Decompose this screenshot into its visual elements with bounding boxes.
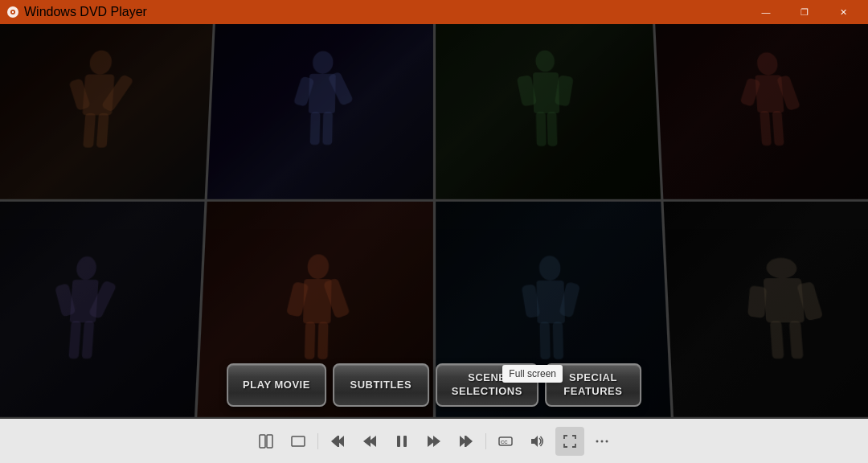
svg-point-39 [538,256,560,281]
scene-cell-5 [0,202,204,417]
svg-point-69 [596,440,599,442]
closed-captions-icon: CC [498,434,513,449]
aspect-ratio-icon [291,434,305,449]
svg-rect-7 [84,113,96,148]
play-movie-button[interactable]: PLAY MOVIE [227,363,326,407]
closed-captions-button[interactable]: CC [491,427,520,456]
skip-back-button[interactable] [323,427,352,456]
svg-rect-50 [788,322,803,359]
pause-button[interactable] [387,427,416,456]
svg-rect-8 [96,113,109,148]
skip-back-icon [330,434,345,449]
svg-marker-63 [466,436,473,447]
more-options-icon [595,434,609,449]
svg-rect-43 [539,322,550,360]
svg-point-45 [765,258,796,278]
svg-rect-26 [772,111,784,145]
svg-rect-40 [536,281,564,323]
aspect-ratio-button[interactable] [284,427,313,456]
svg-rect-47 [747,285,767,318]
more-options-button[interactable] [588,427,616,456]
dvd-menu-buttons: PLAY MOVIE SUBTITLES SCENESELECTIONS SPE… [227,363,641,407]
svg-point-70 [601,440,604,442]
control-bar: CC [0,419,868,463]
svg-point-9 [313,51,334,74]
svg-rect-46 [763,278,804,322]
svg-point-71 [606,440,608,442]
svg-point-3 [89,51,113,75]
svg-rect-13 [310,112,321,145]
svg-point-21 [756,52,778,75]
title-bar: Windows DVD Player — ❐ ✕ [0,0,868,24]
subtitles-button[interactable]: SUBTITLES [333,363,429,407]
svg-rect-31 [69,322,82,359]
svg-marker-62 [433,436,440,447]
fast-forward-button[interactable] [420,427,448,456]
fullscreen-tooltip: Full screen [502,365,563,383]
minimize-button[interactable]: — [747,0,784,24]
svg-rect-60 [403,436,407,447]
svg-rect-19 [536,112,547,146]
svg-marker-54 [331,436,338,447]
svg-point-15 [535,51,555,72]
scene-cell-2 [207,24,433,199]
svg-rect-59 [397,436,400,447]
svg-rect-32 [82,322,95,359]
pause-icon [395,434,409,449]
volume-button[interactable] [523,427,552,456]
svg-text:CC: CC [501,440,508,445]
svg-marker-68 [531,436,538,447]
fast-forward-icon [427,434,441,449]
toggle-panels-icon [259,434,273,449]
divider-1 [317,433,318,449]
svg-point-27 [76,256,98,280]
scene-cell-3 [436,24,661,199]
svg-rect-52 [267,435,272,448]
fullscreen-button[interactable] [555,427,584,456]
svg-rect-49 [770,322,784,359]
scene-cell-4 [654,24,868,199]
divider-2 [485,433,486,449]
toggle-panels-button[interactable] [252,427,280,456]
svg-rect-38 [317,322,328,360]
svg-rect-37 [305,322,316,360]
restore-button[interactable]: ❐ [786,0,823,24]
svg-rect-25 [760,111,772,145]
svg-rect-44 [552,322,563,360]
title-bar-left: Windows DVD Player [6,5,147,19]
svg-rect-20 [547,112,557,146]
app-icon [6,6,19,18]
svg-rect-14 [322,112,333,145]
skip-forward-icon [459,434,473,449]
fullscreen-icon [563,434,577,449]
svg-point-2 [12,11,14,13]
svg-rect-51 [260,435,265,448]
app-title: Windows DVD Player [24,5,147,19]
scene-cell-1 [0,24,214,199]
scene-cell-8 [664,202,868,417]
main-content: PLAY MOVIE SUBTITLES SCENESELECTIONS SPE… [0,24,868,419]
volume-icon [530,434,545,449]
dvd-background [0,24,868,419]
svg-rect-53 [292,436,305,446]
rewind-button[interactable] [355,427,384,456]
close-button[interactable]: ✕ [825,0,862,24]
title-bar-controls: — ❐ ✕ [747,0,862,24]
rewind-icon [362,434,377,449]
svg-point-33 [307,255,329,280]
svg-rect-16 [533,72,559,113]
skip-forward-button[interactable] [452,427,481,456]
